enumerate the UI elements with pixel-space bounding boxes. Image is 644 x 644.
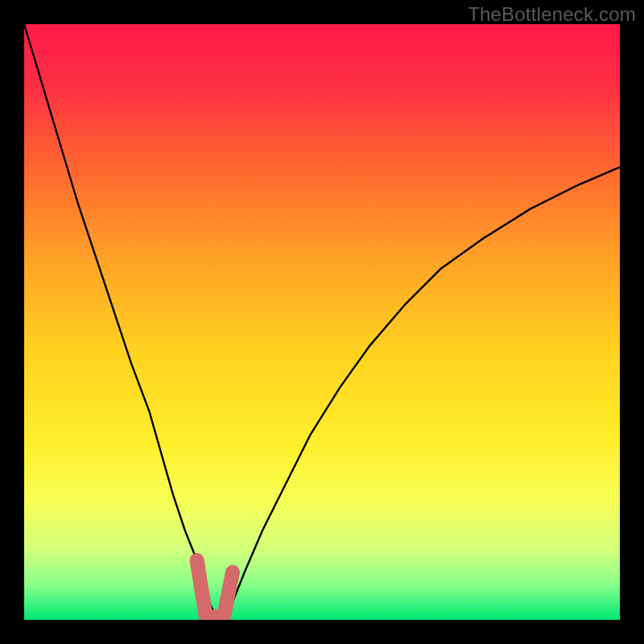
watermark-text: TheBottleneck.com — [468, 3, 636, 26]
gradient-rect — [24, 24, 620, 620]
chart-frame: TheBottleneck.com — [0, 0, 644, 644]
plot-area — [24, 24, 620, 620]
chart-svg — [24, 24, 620, 620]
